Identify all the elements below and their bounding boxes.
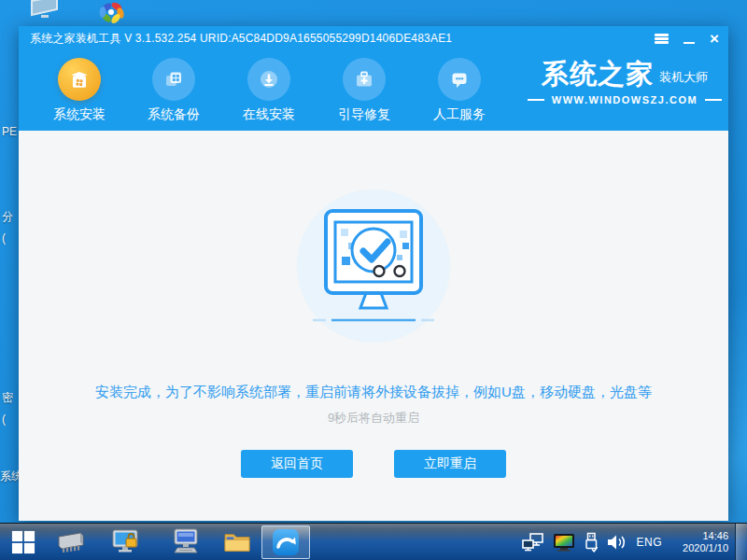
screen-lock-icon[interactable] [105, 524, 148, 560]
nav-item-online-install[interactable]: 在线安装 [222, 58, 316, 123]
titlebar[interactable]: 系统之家装机工具 V 3.1.532.254 URID:A5C84DD9A165… [19, 26, 728, 51]
brand-logo: 系统之家 装机大师 WWW.WINDOWSZJ.COM [523, 61, 726, 105]
nav-item-system-backup[interactable]: 系统备份 [127, 58, 220, 123]
back-home-button[interactable]: 返回首页 [241, 450, 353, 478]
nav-repair-icon [343, 58, 386, 101]
file-explorer-icon[interactable] [217, 524, 258, 560]
nav-backup-icon [152, 58, 195, 101]
brand-name: 系统之家 [542, 61, 654, 88]
clock[interactable]: 14:46 2020/1/10 [670, 530, 728, 554]
usb-icon[interactable] [584, 532, 599, 553]
desktop-flower-icon[interactable] [97, 0, 127, 28]
remote-computer-icon[interactable] [164, 524, 207, 560]
desktop-computer-icon[interactable] [28, 0, 62, 24]
menu-icon[interactable] [655, 31, 669, 48]
clock-time: 14:46 [670, 530, 728, 542]
start-button[interactable] [4, 524, 43, 560]
volume-icon[interactable] [607, 534, 627, 551]
installer-window: 系统之家装机工具 V 3.1.532.254 URID:A5C84DD9A165… [19, 26, 728, 521]
success-monitor-illustration [297, 189, 450, 343]
nav-header: 系统安装 系统备份 [19, 51, 728, 131]
zhuangji-app-button[interactable] [261, 525, 310, 559]
desktop-label-system[interactable]: 系统 [0, 469, 19, 484]
clock-date: 2020/1/10 [670, 542, 728, 554]
desktop-label-partition-2[interactable]: ( [2, 231, 21, 245]
nav-item-customer-service[interactable]: 人工服务 [413, 58, 506, 123]
nav-label: 人工服务 [413, 106, 506, 123]
desktop-label-password[interactable]: 密 [2, 390, 21, 406]
brand-subtitle: 装机大师 [659, 69, 708, 86]
brand-website: WWW.WINDOWSZJ.COM [552, 94, 698, 105]
restart-countdown: 9秒后将自动重启 [328, 410, 419, 427]
nav-label: 系统备份 [127, 106, 220, 123]
nav-label: 系统安装 [33, 106, 126, 123]
display-color-icon[interactable] [553, 533, 575, 552]
nav-label: 引导修复 [317, 106, 411, 123]
nav-label: 在线安装 [222, 106, 316, 123]
restart-now-button[interactable]: 立即重启 [394, 450, 506, 478]
network-icon[interactable] [522, 533, 544, 552]
ram-chip-icon[interactable] [50, 524, 92, 560]
window-title: 系统之家装机工具 V 3.1.532.254 URID:A5C84DD9A165… [30, 31, 640, 47]
nav-install-icon [58, 58, 101, 101]
install-complete-message: 安装完成，为了不影响系统部署，重启前请将外接设备拔掉，例如U盘，移动硬盘，光盘等 [95, 384, 652, 401]
system-tray: ENG 14:46 2020/1/10 [522, 524, 728, 560]
nav-item-system-install[interactable]: 系统安装 [33, 58, 126, 123]
nav-service-icon [438, 58, 481, 101]
main-content: 安装完成，为了不影响系统部署，重启前请将外接设备拔掉，例如U盘，移动硬盘，光盘等… [19, 131, 728, 521]
language-indicator[interactable]: ENG [636, 536, 662, 549]
show-desktop-button[interactable] [735, 524, 747, 560]
minimize-icon[interactable] [684, 31, 695, 48]
nav-item-boot-repair[interactable]: 引导修复 [317, 58, 411, 123]
taskbar: ENG 14:46 2020/1/10 [0, 523, 747, 560]
desktop-label-partition[interactable]: 分 [2, 209, 21, 225]
desktop-label-pe[interactable]: PE [2, 125, 21, 138]
start-icon [11, 530, 35, 554]
nav-online-icon [247, 58, 290, 101]
desktop-label-password-2[interactable]: ( [2, 413, 21, 426]
app-swoosh-icon [272, 528, 300, 556]
close-icon[interactable]: × [710, 31, 719, 48]
